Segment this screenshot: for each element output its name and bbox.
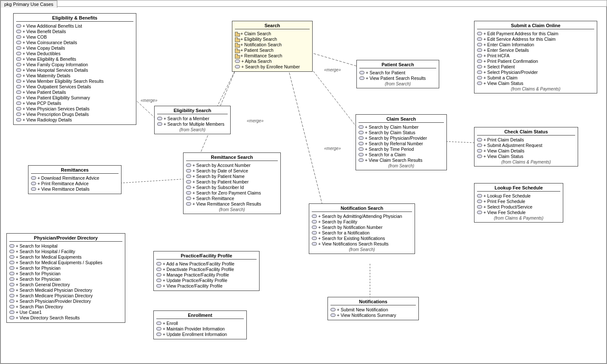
item-search-patient-number: + Search by Patient Number	[186, 179, 278, 184]
eligibility-search-title: Eligibility Search	[157, 108, 228, 114]
item-print-patient-conf: + Print Patient Confirmation	[477, 59, 594, 64]
item-search-physician-1: + Search for Physician	[9, 265, 122, 271]
item-view-radiology: + View Radiology Details	[16, 117, 133, 122]
item-search-account: + Search by Account Number	[186, 163, 278, 168]
practice-facility-box: Practice/Facility Profile + Add a New Pr…	[153, 251, 260, 291]
merge-label-1: «merge»	[141, 98, 157, 103]
submit-claim-title: Submit a Claim Online	[477, 23, 594, 29]
item-select-physician: + Select Physician/Provider	[477, 70, 594, 75]
item-lookup-fee: + Lookup Fee Schedule	[477, 193, 560, 198]
item-search-zero-payment: + Search for Zero Payment Claims	[186, 190, 278, 195]
item-view-claim-status-check: + View Claim Status	[477, 154, 575, 159]
item-edit-payment: + Edit Payment Address for this Claim	[477, 31, 594, 36]
item-patient-search: + Patient Search	[235, 48, 310, 53]
item-eligibility-search: + Eligibility Search	[235, 37, 310, 42]
item-maintain-provider: + Maintain Provider Information	[156, 326, 244, 331]
item-print-hcfa: + Print HCFA	[477, 53, 594, 58]
item-view-additional: + View Additional Benefits List	[16, 23, 133, 28]
notifications-title: Notifications	[330, 299, 416, 305]
item-view-benefit: + View Benefit Details	[16, 29, 133, 34]
item-enroll: + Enroll	[156, 321, 244, 326]
item-use-case1: + Use Case1	[9, 310, 122, 315]
merge-label-4: «merge»	[324, 146, 341, 151]
item-search-claim-number: + Search by Claim Number	[359, 124, 444, 130]
item-search-physician-2: + Search for Physician	[9, 271, 122, 276]
check-claim-status-title: Check Claim Status	[477, 129, 575, 135]
item-view-eligibility: + View Eligibility & Benefits	[16, 56, 133, 62]
item-view-remittance-results: + View Remittance Search Results	[186, 201, 278, 206]
check-claim-status-from: (from Claims & Payments)	[477, 160, 575, 164]
item-view-outpatient: + View Outpatient Services Details	[16, 84, 133, 89]
notification-search-box: Notification Search + Search by Admittin…	[309, 203, 415, 254]
item-view-notifications-results: + View Notifications Search Results	[312, 241, 412, 246]
lookup-fee-from: (from Claims & Payments)	[477, 216, 560, 220]
enrollment-title: Enrollment	[156, 313, 244, 319]
item-search-remittance: + Search Remittance	[186, 196, 278, 201]
item-notification-search: + Notification Search	[235, 42, 310, 47]
item-claim-search: + Claim Search	[235, 31, 310, 36]
item-view-patient-summary: + View Patient Eligibility Summary	[16, 95, 133, 100]
remittances-box: Remittances + Download Remittance Advice…	[28, 165, 121, 194]
item-search-medicaid: + Search Medicaid Physician Directory	[9, 288, 122, 293]
item-view-claim-results: + View Claim Search Results	[359, 158, 444, 163]
item-enrollee-search: + Search by Enrollee Number	[235, 64, 310, 69]
claim-search-box: Claim Search + Search by Claim Number + …	[356, 114, 447, 170]
physician-directory-title: Physician/Provider Directory	[9, 235, 122, 242]
lookup-fee-box: Lookup Fee Schedule + Lookup Fee Schedul…	[474, 183, 563, 223]
item-update-enrollment: + Update Enrollment Information	[156, 332, 244, 337]
item-search-claim: + Search for a Claim	[359, 152, 444, 157]
search-title: Search	[235, 23, 310, 29]
item-select-product: + Select Product/Service	[477, 204, 560, 209]
notification-search-from: (from Search)	[312, 247, 412, 252]
item-search-patient: + Search for Patient	[359, 70, 436, 75]
item-search-physician-provider: + Search by Physician/Provider	[359, 135, 444, 141]
item-enter-claim: + Enter Claim Information	[477, 42, 594, 47]
merge-label-3: «merge»	[324, 68, 341, 72]
item-view-notifications-summary: + View Notifications Summary	[330, 313, 416, 318]
item-view-claim-details: + View Claim Details	[477, 148, 575, 153]
item-deactivate-profile: + Deactivate Practice/Facility Profile	[156, 267, 257, 272]
item-view-patient-details: + View Patient Details	[16, 90, 133, 95]
physician-directory-box: Physician/Provider Directory + Search fo…	[6, 233, 125, 323]
item-select-patient: + Select Patient	[477, 64, 594, 69]
item-search-physician-3: + Search for Physician	[9, 277, 122, 282]
enrollment-box: Enrollment + Enroll + Maintain Provider …	[153, 310, 247, 339]
eligibility-search-box: Eligibility Search + Search for a Member…	[154, 106, 231, 134]
item-search-existing-notifications: + Search for Existing Notifications	[312, 236, 412, 241]
item-update-profile: + Update Practice/Facility Profile	[156, 278, 257, 283]
item-view-physician: + View Physician Services Details	[16, 106, 133, 111]
item-submit-notification: + Submit New Notification	[330, 307, 416, 312]
item-edit-service: + Edit Service Address for this Claim	[477, 37, 594, 42]
merge-label-2: «merge»	[247, 119, 263, 123]
patient-search-box: Patient Search + Search for Patient + Vi…	[356, 60, 439, 88]
item-search-hospital-facility: + Search for Hospital / Facility	[9, 249, 122, 254]
item-search-notification-number: + Search by Notification Number	[312, 225, 412, 230]
item-submit-adjustment: + Submit Adjustment Request	[477, 143, 575, 148]
item-view-copay: + View Copay Details	[16, 45, 133, 51]
notifications-box: Notifications + Submit New Notification …	[327, 297, 419, 320]
item-remittance-search: + Remittance Search	[235, 53, 310, 58]
item-view-hospotal: + View Hospotal Services Details	[16, 68, 133, 73]
item-view-family-copay: + View Family Copay Information	[16, 62, 133, 67]
submit-claim-box: Submit a Claim Online + Edit Payment Add…	[474, 21, 597, 93]
item-view-member: + View Member Eligibility Search Results	[16, 79, 133, 84]
submit-claim-from: (from Claims & Payments)	[477, 87, 594, 91]
item-view-coinsurance: + View Coinsurance Details	[16, 40, 133, 45]
item-search-medical-equip: + Search for Medical Equipments	[9, 254, 122, 260]
item-search-facility: + Search by Facility	[312, 219, 412, 224]
item-view-remittance-details: + View Remittance Details	[31, 186, 119, 192]
item-view-profile: + View Practice/Facility Profile	[156, 283, 257, 288]
item-view-maternity: + View Maternity Details	[16, 73, 133, 78]
item-search-patient-name: + Search by Patient Name	[186, 174, 278, 179]
item-view-patient-results: + View Patient Search Results	[359, 76, 436, 81]
item-view-directory-results: + View Directory Search Results	[9, 315, 122, 320]
claim-search-from: (from Search)	[359, 164, 444, 168]
item-search-referral: + Search by Referral Number	[359, 141, 444, 146]
item-search-notification: + Search for a Notification	[312, 230, 412, 235]
item-add-profile: + Add a New Practice/Facility Profile	[156, 261, 257, 266]
item-search-claim-status: + Search by Claim Status	[359, 130, 444, 135]
item-view-prescription: + View Prescription Drugs Details	[16, 112, 133, 117]
item-search-member: + Search for a Member	[157, 116, 228, 121]
item-search-multiple: + Search for Multiple Members	[157, 121, 228, 127]
patient-search-from: (from Search)	[359, 82, 436, 86]
